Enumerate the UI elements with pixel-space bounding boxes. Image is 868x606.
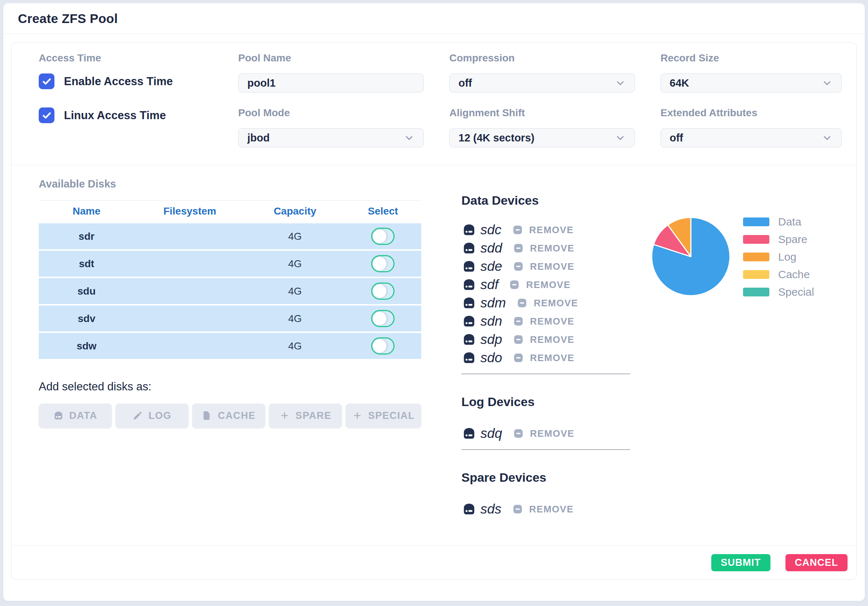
minus-square-icon [513,334,524,345]
device-row: sdmREMOVE [461,295,633,311]
extended-attributes-value: off [670,132,683,144]
remove-device-button[interactable]: REMOVE [513,503,574,515]
remove-device-button[interactable]: REMOVE [513,243,575,254]
add-as-data-button[interactable]: DATA [39,404,112,427]
device-name: sdm [480,295,506,311]
extended-attributes-field: Extended Attributes off [660,107,842,147]
add-as-special-button[interactable]: SPECIAL [346,404,421,427]
legend-item-log: Log [743,253,814,261]
linux-access-time-checkbox[interactable]: Linux Access Time [39,107,212,123]
minus-square-icon [513,316,524,326]
spare-devices-section: Spare Devices sdsREMOVE [461,471,633,517]
legend-label: Spare [778,233,808,246]
hard-drive-icon [461,259,477,273]
disk-select-toggle[interactable] [371,337,395,354]
disk-select-toggle[interactable] [371,255,395,272]
available-disks-title: Available Disks [39,178,421,190]
data-devices-title: Data Devices [461,193,633,208]
minus-square-icon [513,504,523,514]
disk-select-toggle[interactable] [371,283,395,300]
remove-device-button[interactable]: REMOVE [513,352,575,364]
plus-icon [279,410,290,421]
enable-access-time-label: Enable Access Time [64,75,173,88]
column-header: Filesystem [135,205,245,217]
log-devices-section: Log Devices sdqREMOVE [461,395,633,450]
devices-panel: Data Devices sdcREMOVEsddREMOVEsdeREMOVE… [461,193,633,520]
dialog-footer: SUBMIT CANCEL [12,545,856,579]
linux-access-time-label: Linux Access Time [64,109,166,122]
device-name: sdo [480,350,502,365]
minus-square-icon [513,428,524,438]
log-devices-title: Log Devices [461,395,633,409]
remove-label: REMOVE [530,261,575,272]
page-title: Create ZFS Pool [18,11,118,26]
enable-access-time-checkbox[interactable]: Enable Access Time [39,73,212,89]
remove-device-button[interactable]: REMOVE [513,261,575,272]
alignment-shift-select[interactable]: 12 (4K sectors) [450,128,635,147]
pool-mode-value: jbod [247,132,270,144]
add-selected-disks-label: Add selected disks as: [39,380,421,393]
legend-label: Cache [778,268,810,281]
add-as-button-label: DATA [70,410,98,421]
extended-attributes-select[interactable]: off [660,128,842,147]
alignment-shift-field: Alignment Shift 12 (4K sectors) [450,107,635,147]
compression-select[interactable]: off [450,73,635,92]
device-name: sdd [480,241,502,256]
remove-device-button[interactable]: REMOVE [513,428,575,439]
toggle-knob [373,339,386,353]
hard-drive-icon [461,241,477,255]
table-row: sdt4G [39,251,421,277]
pool-mode-select[interactable]: jbod [238,128,424,147]
hard-drive-icon [461,296,477,310]
remove-device-button[interactable]: REMOVE [513,316,575,327]
remove-device-button[interactable]: REMOVE [513,334,575,345]
device-name: sdf [480,277,498,292]
log-devices-list: sdqREMOVE [461,426,633,441]
pool-name-field: Pool Name [238,52,424,92]
device-row: sdfREMOVE [461,277,633,292]
remove-device-button[interactable]: REMOVE [513,224,574,236]
device-row: sddREMOVE [461,241,633,256]
remove-device-button[interactable]: REMOVE [509,279,570,291]
record-size-label: Record Size [660,52,842,64]
hard-drive-icon [461,223,477,237]
access-time-label: Access Time [39,52,212,64]
hard-drive-icon [461,502,477,516]
cancel-button[interactable]: CANCEL [786,554,848,571]
form-card: Pool Name Compression off Record Size 64… [11,42,857,580]
remove-device-button[interactable]: REMOVE [517,298,578,309]
add-as-spare-button[interactable]: SPARE [269,404,342,427]
device-name: sdq [480,426,502,441]
remove-label: REMOVE [526,279,570,291]
disk-select-toggle[interactable] [371,228,395,245]
legend-item-spare: Spare [743,235,814,244]
add-as-log-button[interactable]: LOG [115,404,189,427]
dialog-header: Create ZFS Pool [3,3,865,34]
device-name: sdp [480,332,502,347]
hard-drive-icon [461,427,477,440]
disk-name: sdv [39,313,135,325]
alignment-shift-label: Alignment Shift [450,107,635,119]
legend-item-special: Special [743,287,814,297]
remove-label: REMOVE [530,334,575,345]
pool-name-input[interactable] [247,77,415,89]
device-row: sdsREMOVE [461,502,633,517]
device-name: sds [480,502,502,517]
minus-square-icon [509,280,519,290]
record-size-select[interactable]: 64K [660,73,842,92]
chart-legend: DataSpareLogCacheSpecial [743,218,814,305]
add-as-cache-button[interactable]: CACHE [192,404,265,427]
submit-button[interactable]: SUBMIT [711,554,770,571]
plus-icon [352,410,363,421]
minus-square-icon [513,243,524,253]
toggle-knob [373,284,386,298]
device-row: sdoREMOVE [461,350,633,365]
divider [461,449,630,450]
minus-square-icon [517,298,527,308]
disk-select-cell [345,228,421,245]
device-name: sde [480,259,502,274]
disk-select-toggle[interactable] [371,310,395,327]
pool-mode-field: Pool Mode jbod [238,107,424,147]
record-size-value: 64K [670,77,689,89]
column-header: Capacity [245,205,344,217]
